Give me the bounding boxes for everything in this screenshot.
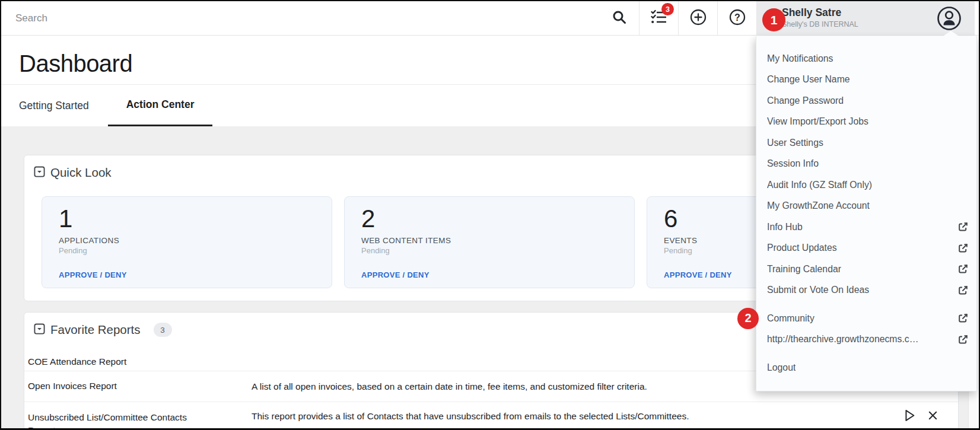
search-icon xyxy=(612,9,627,27)
search-button[interactable] xyxy=(600,1,639,35)
external-link-icon xyxy=(952,335,968,345)
menu-item-logout[interactable]: Logout xyxy=(756,357,976,378)
menu-item-user-settings[interactable]: User Settings xyxy=(756,132,976,154)
avatar-icon[interactable] xyxy=(936,5,962,34)
report-name: COE Attendance Report xyxy=(28,355,252,368)
menu-item-label: My Notifications xyxy=(767,53,833,64)
plus-circle-icon xyxy=(689,8,707,28)
page-title: Dashboard xyxy=(19,50,132,77)
menu-item-label: Change Password xyxy=(767,95,844,106)
menu-item-label: Training Calendar xyxy=(767,264,841,275)
menu-item-label: Info Hub xyxy=(767,222,803,232)
report-name: Open Invoices Report xyxy=(28,380,252,393)
stat-status: Pending xyxy=(59,246,320,255)
play-icon xyxy=(901,407,917,423)
menu-item-label: http://thearchive.growthzonecms.c… xyxy=(767,334,919,345)
menu-item-product-updates[interactable]: Product Updates xyxy=(756,238,976,259)
menu-item-my-growthzone-account[interactable]: My GrowthZone Account xyxy=(756,196,976,217)
app-window: 3 ? Shelly Satre Shelly's DB INTERNAL xyxy=(0,0,980,430)
menu-item-change-password[interactable]: Change Password xyxy=(756,90,976,112)
approve-deny-link[interactable]: APPROVE / DENY xyxy=(361,270,622,279)
report-name: Unsubscribed List/Committee Contacts Rep… xyxy=(28,411,252,430)
menu-item-label: Logout xyxy=(767,362,796,373)
svg-text:?: ? xyxy=(734,12,740,22)
stat-count: 1 xyxy=(59,206,320,232)
user-info: Shelly Satre Shelly's DB INTERNAL xyxy=(782,7,858,30)
collapse-icon[interactable] xyxy=(34,166,45,180)
dropdown-caret xyxy=(942,31,960,37)
menu-item-session-info[interactable]: Session Info xyxy=(756,154,976,175)
menu-item-label: View Import/Export Jobs xyxy=(767,116,868,127)
menu-item-view-import-export-jobs[interactable]: View Import/Export Jobs xyxy=(756,112,976,133)
menu-item-label: Product Updates xyxy=(767,243,837,253)
external-link-icon xyxy=(952,313,968,323)
annotation-step-2: 2 xyxy=(737,308,759,329)
report-name-text: Unsubscribed List/Committee Contacts Rep… xyxy=(28,411,200,430)
user-menu-trigger[interactable]: Shelly Satre Shelly's DB INTERNAL xyxy=(756,1,975,35)
approve-deny-link[interactable]: APPROVE / DENY xyxy=(59,270,320,279)
user-name: Shelly Satre xyxy=(782,7,858,20)
close-icon xyxy=(928,410,938,421)
menu-item-audit-info-gz-staff-only[interactable]: Audit Info (GZ Staff Only) xyxy=(756,174,976,196)
external-link-icon xyxy=(952,243,968,253)
report-description: This report provides a list of Contacts … xyxy=(252,411,958,422)
quick-add-button[interactable] xyxy=(678,1,717,35)
menu-item-label: Session Info xyxy=(767,158,819,169)
tab-getting-started[interactable]: Getting Started xyxy=(19,85,89,126)
stat-label: WEB CONTENT ITEMS xyxy=(361,236,622,245)
task-count-badge: 3 xyxy=(661,3,674,15)
menu-item-info-hub[interactable]: Info Hub xyxy=(756,216,976,238)
top-bar: 3 ? Shelly Satre Shelly's DB INTERNAL xyxy=(1,1,979,36)
menu-item-label: Submit or Vote On Ideas xyxy=(767,285,869,295)
stat-card-applications: 1APPLICATIONSPendingAPPROVE / DENY xyxy=(42,196,332,288)
external-link-icon xyxy=(952,264,968,274)
stat-status: Pending xyxy=(361,246,622,255)
menu-item-submit-or-vote-on-ideas[interactable]: Submit or Vote On Ideas xyxy=(756,280,976,301)
quick-look-title: Quick Look xyxy=(50,165,112,180)
report-row-unsubscribed-list-committee-[interactable]: Unsubscribed List/Committee Contacts Rep… xyxy=(24,402,958,430)
user-dropdown-menu: My NotificationsChange User NameChange P… xyxy=(756,36,977,391)
external-link-icon xyxy=(952,285,968,295)
user-org: Shelly's DB INTERNAL xyxy=(782,20,858,30)
search-input[interactable] xyxy=(1,1,600,35)
menu-item-label: Audit Info (GZ Staff Only) xyxy=(767,180,872,190)
run-report-button[interactable] xyxy=(901,407,917,423)
external-link-icon xyxy=(952,222,968,232)
menu-item-training-calendar[interactable]: Training Calendar xyxy=(756,259,976,280)
menu-item-community[interactable]: Community2 xyxy=(756,308,976,329)
report-name-text: Open Invoices Report xyxy=(28,380,200,393)
report-row-actions xyxy=(901,407,938,423)
menu-item-label: Community xyxy=(767,313,814,324)
menu-item-label: User Settings xyxy=(767,138,823,148)
menu-item-label: My GrowthZone Account xyxy=(767,200,870,211)
favorite-reports-title: Favorite Reports xyxy=(50,323,141,337)
remove-favorite-button[interactable] xyxy=(928,410,938,421)
tab-action-center[interactable]: Action Center xyxy=(108,85,213,126)
stat-count: 2 xyxy=(361,206,622,232)
stat-label: APPLICATIONS xyxy=(59,236,320,245)
favorite-reports-count-badge: 3 xyxy=(154,323,172,337)
collapse-icon[interactable] xyxy=(34,323,45,337)
menu-item-http-thearchive-growthzonecm[interactable]: http://thearchive.growthzonecms.c… xyxy=(756,329,976,351)
stat-card-web-content-items: 2WEB CONTENT ITEMSPendingAPPROVE / DENY xyxy=(344,196,635,288)
question-circle-icon: ? xyxy=(728,8,746,28)
annotation-step-1: 1 xyxy=(762,8,785,31)
menu-item-my-notifications[interactable]: My Notifications xyxy=(756,48,976,69)
report-name-text: COE Attendance Report xyxy=(28,355,200,368)
help-button[interactable]: ? xyxy=(717,1,756,35)
menu-item-change-user-name[interactable]: Change User Name xyxy=(756,69,976,91)
menu-item-label: Change User Name xyxy=(767,74,850,85)
task-list-button[interactable]: 3 xyxy=(639,1,678,35)
